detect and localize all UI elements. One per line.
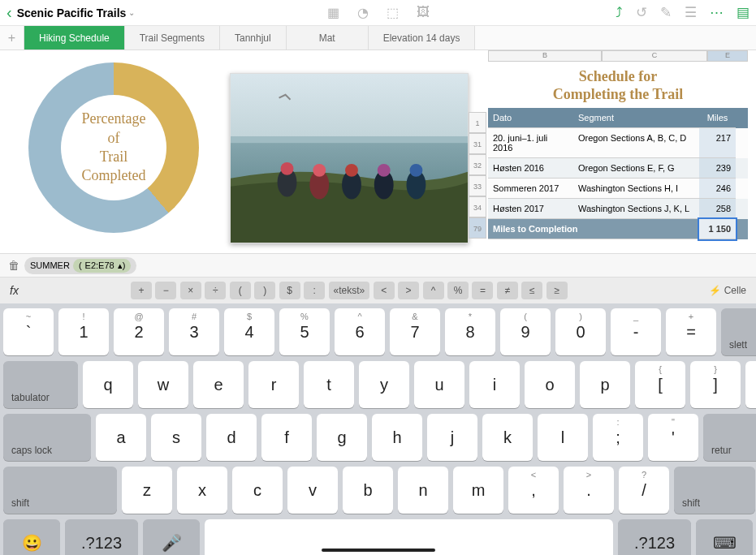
key-r[interactable]: r bbox=[248, 361, 299, 408]
key-`[interactable]: ~` bbox=[3, 308, 54, 355]
key--[interactable]: _- bbox=[611, 308, 661, 355]
trash-icon[interactable]: 🗑 bbox=[8, 259, 19, 272]
media-icon[interactable]: 🖼 bbox=[417, 5, 430, 20]
key-p[interactable]: p bbox=[580, 361, 630, 408]
op-$[interactable]: $ bbox=[279, 282, 300, 299]
num-right-key[interactable]: .?123 bbox=[618, 519, 691, 555]
table-row[interactable]: 20. juni–1. juli 2016Oregon Sections A, … bbox=[488, 128, 748, 158]
key-6[interactable]: ^6 bbox=[335, 308, 385, 355]
key-h[interactable]: h bbox=[372, 414, 422, 461]
table-row[interactable]: Høsten 2017Washington Sections J, K, L25… bbox=[488, 199, 748, 219]
emoji-key[interactable]: 😀 bbox=[3, 519, 60, 555]
mic-key[interactable]: 🎤 bbox=[143, 519, 200, 555]
fx-icon[interactable]: fx bbox=[10, 284, 19, 297]
key-o[interactable]: o bbox=[525, 361, 575, 408]
key-][interactable]: }] bbox=[690, 361, 741, 408]
shape-icon[interactable]: ⬚ bbox=[387, 5, 399, 20]
op-«tekst»[interactable]: «tekst» bbox=[329, 282, 370, 299]
key-=[interactable]: += bbox=[666, 308, 716, 355]
op-^[interactable]: ^ bbox=[423, 282, 444, 299]
key-m[interactable]: m bbox=[453, 467, 503, 514]
key-7[interactable]: &7 bbox=[390, 308, 440, 355]
home-indicator[interactable] bbox=[322, 549, 435, 552]
tab-hiking-schedule[interactable]: Hiking Schedule bbox=[24, 26, 125, 49]
key-a[interactable]: a bbox=[96, 414, 146, 461]
tab-elevation[interactable]: Elevation 14 days bbox=[369, 26, 476, 49]
capslock-key[interactable]: caps lock bbox=[3, 414, 91, 461]
column-headers[interactable]: B C E bbox=[488, 50, 748, 62]
key-l[interactable]: l bbox=[538, 414, 588, 461]
undo-icon[interactable]: ↺ bbox=[636, 4, 647, 21]
num-left-key[interactable]: .?123 bbox=[65, 519, 138, 555]
share-icon[interactable]: ⤴ bbox=[616, 5, 623, 21]
shift-right-key[interactable]: shift bbox=[674, 467, 755, 514]
key-s[interactable]: s bbox=[151, 414, 201, 461]
op-=[interactable]: = bbox=[472, 282, 493, 299]
key-g[interactable]: g bbox=[317, 414, 367, 461]
key-q[interactable]: q bbox=[83, 361, 133, 408]
shift-left-key[interactable]: shift bbox=[3, 467, 117, 514]
key-.[interactable]: >. bbox=[564, 467, 614, 514]
key-[[interactable]: {[ bbox=[635, 361, 685, 408]
key-v[interactable]: v bbox=[287, 467, 338, 514]
key-/[interactable]: ?/ bbox=[619, 467, 669, 514]
key-9[interactable]: (9 bbox=[500, 308, 551, 355]
donut-chart[interactable]: PercentageofTrailCompleted bbox=[8, 54, 219, 241]
tab-trail-segments[interactable]: Trail Segments bbox=[125, 26, 220, 49]
op-÷[interactable]: ÷ bbox=[205, 282, 226, 299]
return-key[interactable]: retur bbox=[703, 414, 756, 461]
key-i[interactable]: i bbox=[469, 361, 520, 408]
op-([interactable]: ( bbox=[230, 282, 251, 299]
beach-photo[interactable] bbox=[230, 73, 469, 243]
key-8[interactable]: *8 bbox=[445, 308, 495, 355]
formula-bar[interactable]: 🗑 SUMMER (E2:E78 ▴) bbox=[0, 253, 756, 278]
key-n[interactable]: n bbox=[398, 467, 448, 514]
key-y[interactable]: y bbox=[359, 361, 409, 408]
sheet-canvas[interactable]: PercentageofTrailCompleted bbox=[0, 50, 756, 253]
delete-key[interactable]: slett bbox=[721, 308, 756, 355]
new-sheet-icon[interactable]: ▤ bbox=[737, 4, 750, 21]
key-b[interactable]: b bbox=[343, 467, 393, 514]
op->[interactable]: > bbox=[398, 282, 419, 299]
selected-cell[interactable]: 1 150 bbox=[699, 219, 736, 239]
chart-icon[interactable]: ◔ bbox=[357, 5, 369, 20]
op-)[interactable]: ) bbox=[254, 282, 275, 299]
tab-tannhjul[interactable]: Tannhjul bbox=[220, 26, 287, 49]
op-×[interactable]: × bbox=[180, 282, 201, 299]
dismiss-keyboard-key[interactable]: ⌨ bbox=[696, 519, 753, 555]
range-pill[interactable]: (E2:E78 ▴) bbox=[73, 259, 131, 273]
tab-mat[interactable]: Mat bbox=[287, 26, 369, 49]
op-:[interactable]: : bbox=[304, 282, 325, 299]
key-x[interactable]: x bbox=[177, 467, 227, 514]
key-3[interactable]: #3 bbox=[169, 308, 219, 355]
op-≤[interactable]: ≤ bbox=[521, 282, 542, 299]
row-numbers[interactable]: 1 31 32 33 34 79 bbox=[469, 112, 486, 239]
table-icon[interactable]: ▦ bbox=[327, 5, 339, 20]
tab-key[interactable]: tabulator bbox=[3, 361, 78, 408]
filter-icon[interactable]: ☰ bbox=[685, 4, 697, 21]
key-f[interactable]: f bbox=[261, 414, 312, 461]
op-≠[interactable]: ≠ bbox=[497, 282, 518, 299]
op-≥[interactable]: ≥ bbox=[546, 282, 568, 299]
formula-pill[interactable]: SUMMER (E2:E78 ▴) bbox=[24, 257, 136, 274]
key-d[interactable]: d bbox=[206, 414, 257, 461]
key-,[interactable]: <, bbox=[508, 467, 559, 514]
back-chevron-icon[interactable]: ‹ bbox=[6, 3, 12, 22]
op-+[interactable]: + bbox=[131, 282, 152, 299]
key-c[interactable]: c bbox=[232, 467, 283, 514]
celle-button[interactable]: ⚡ Celle bbox=[709, 285, 746, 296]
document-title[interactable]: Scenic Pacific Trails bbox=[17, 6, 127, 19]
key-2[interactable]: @2 bbox=[114, 308, 164, 355]
key-;[interactable]: :; bbox=[593, 414, 643, 461]
key-4[interactable]: $4 bbox=[224, 308, 274, 355]
op-%[interactable]: % bbox=[447, 282, 469, 299]
add-sheet-button[interactable]: + bbox=[0, 26, 24, 49]
key-t[interactable]: t bbox=[304, 361, 354, 408]
schedule-table[interactable]: B C E 1 31 32 33 34 79 Schedule forCompl… bbox=[488, 50, 748, 239]
key-1[interactable]: !1 bbox=[58, 308, 109, 355]
op-<[interactable]: < bbox=[374, 282, 395, 299]
title-chevron-icon[interactable]: ⌄ bbox=[128, 8, 135, 17]
key-u[interactable]: u bbox=[414, 361, 464, 408]
key-5[interactable]: %5 bbox=[279, 308, 330, 355]
format-brush-icon[interactable]: ✎ bbox=[660, 4, 672, 21]
